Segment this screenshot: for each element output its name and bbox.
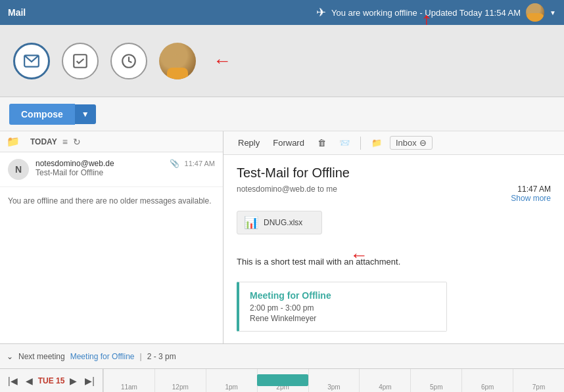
list-toolbar: 📁 TODAY ≡ ↻: [0, 131, 223, 152]
app-title: Mail: [8, 7, 26, 18]
mail-time: 11:47 AM: [185, 160, 215, 167]
compose-bar: Compose ▼: [0, 97, 564, 131]
inbox-label: Inbox: [396, 138, 417, 148]
attachment-item[interactable]: 📊 DNUG.xlsx: [237, 211, 322, 234]
compose-dropdown-button[interactable]: ▼: [75, 104, 96, 124]
timeline-hour-12pm: 12pm: [154, 369, 206, 392]
timeline-next-button[interactable]: ▶: [67, 374, 80, 387]
left-panel: 📁 TODAY ≡ ↻ N notesdomino@web.de 📎 11:47…: [0, 131, 223, 343]
timeline-hours: 11am12pm1pm2pm3pm4pm5pm6pm7pm: [103, 369, 564, 392]
next-meeting-time: 2 - 3 pm: [147, 352, 176, 361]
timeline-hour-4pm: 4pm: [359, 369, 410, 392]
mail-icon-button[interactable]: [13, 43, 50, 79]
mail-item-header: notesdomino@web.de 📎 11:47 AM: [35, 159, 215, 168]
mail-list-item[interactable]: N notesdomino@web.de 📎 11:47 AM Test-Mai…: [0, 152, 223, 187]
list-icon[interactable]: ≡: [62, 137, 68, 147]
inbox-badge[interactable]: Inbox ⊖: [390, 136, 433, 150]
chevron-down-icon[interactable]: ⌄: [7, 352, 13, 361]
timeline-prev-button[interactable]: ◀: [23, 374, 35, 387]
annotation-arrow-attachment: ←: [350, 245, 368, 266]
timeline: |◀ ◀ TUE 15 ▶ ▶| 11am12pm1pm2pm3pm4pm5pm…: [0, 368, 564, 392]
meeting-event-block[interactable]: [257, 374, 308, 386]
reply-button[interactable]: Reply: [233, 135, 265, 150]
timeline-hour-6pm: 6pm: [461, 369, 513, 392]
time-separator: |: [140, 352, 142, 361]
annotation-arrow-contacts: ←: [213, 51, 231, 72]
next-meeting-label: Next meeting: [18, 352, 65, 361]
offline-message: You are offline and there are no older m…: [0, 187, 223, 215]
next-meeting-strip: ⌄ Next meeting Meeting for Offline | 2 -…: [0, 343, 564, 368]
timeline-hour-7pm: 7pm: [513, 369, 564, 392]
right-panel: Reply Forward 🗑 📨 📁 Inbox ⊖ Test-Mail fo…: [223, 131, 564, 343]
mail-received-time: 11:47 AM: [517, 185, 551, 194]
top-bar: Mail ✈ You are working offline - Updated…: [0, 0, 564, 25]
inbox-icon: ⊖: [419, 138, 427, 148]
folder-icon[interactable]: 📁: [7, 135, 20, 148]
excel-icon: 📊: [244, 215, 258, 230]
timeline-hour-11am: 11am: [103, 369, 154, 392]
show-more-link[interactable]: Show more: [511, 194, 551, 203]
meeting-person: Rene Winkelmeyer: [250, 314, 436, 323]
next-meeting-link[interactable]: Meeting for Offline: [70, 352, 135, 361]
mail-view: Test-Mail for Offline notesdomino@web.de…: [223, 155, 564, 343]
meeting-section: → Meeting for Offline 2:00 pm - 3:00 pm …: [237, 282, 551, 332]
sender-name: notesdomino@web.de: [35, 159, 114, 168]
mail-body: This is a short test mail with an attach…: [237, 255, 551, 269]
right-toolbar: Reply Forward 🗑 📨 📁 Inbox ⊖: [223, 131, 564, 155]
delete-button[interactable]: 🗑: [312, 135, 331, 150]
timeline-nav: |◀ ◀ TUE 15 ▶ ▶|: [0, 369, 103, 392]
timeline-hour-3pm: 3pm: [308, 369, 360, 392]
today-label: TODAY: [30, 137, 57, 146]
mail-item-content: notesdomino@web.de 📎 11:47 AM Test-Mail …: [35, 159, 215, 177]
tasks-icon-button[interactable]: [62, 43, 99, 79]
toolbar-divider: [360, 137, 361, 150]
meeting-title: Meeting for Offline: [250, 290, 436, 301]
folder-button[interactable]: 📁: [366, 135, 387, 150]
attachment-icon: 📎: [170, 159, 179, 168]
move-button[interactable]: 📨: [334, 135, 355, 150]
calendar-icon-button[interactable]: [110, 43, 147, 79]
avatar[interactable]: [526, 3, 544, 22]
status-area: ✈ You are working offline - Updated Toda…: [316, 3, 556, 22]
meeting-time: 2:00 pm - 3:00 pm: [250, 303, 436, 313]
attachment-filename: DNUG.xlsx: [264, 218, 302, 227]
timeline-date: TUE 15: [38, 376, 65, 385]
meeting-card[interactable]: Meeting for Offline 2:00 pm - 3:00 pm Re…: [237, 282, 447, 332]
refresh-icon[interactable]: ↻: [73, 137, 81, 147]
mail-meta: notesdomino@web.de to me 11:47 AM Show m…: [237, 185, 551, 203]
timeline-last-button[interactable]: ▶|: [82, 374, 97, 387]
sender-avatar: N: [8, 159, 29, 180]
timeline-first-button[interactable]: |◀: [5, 374, 20, 387]
mail-title: Test-Mail for Offline: [237, 165, 551, 181]
mail-from-to: notesdomino@web.de to me: [237, 185, 337, 194]
forward-button[interactable]: Forward: [268, 135, 310, 150]
chevron-down-icon[interactable]: ▼: [550, 9, 556, 16]
airplane-icon: ✈: [316, 5, 326, 20]
mail-subject: Test-Mail for Offline: [35, 168, 215, 177]
timeline-hour-1pm: 1pm: [206, 369, 257, 392]
main-layout: 📁 TODAY ≡ ↻ N notesdomino@web.de 📎 11:47…: [0, 131, 564, 343]
compose-button[interactable]: Compose: [9, 104, 75, 125]
contacts-avatar-button[interactable]: [159, 43, 196, 79]
timeline-hour-5pm: 5pm: [410, 369, 461, 392]
icon-bar: ←: [0, 25, 564, 97]
